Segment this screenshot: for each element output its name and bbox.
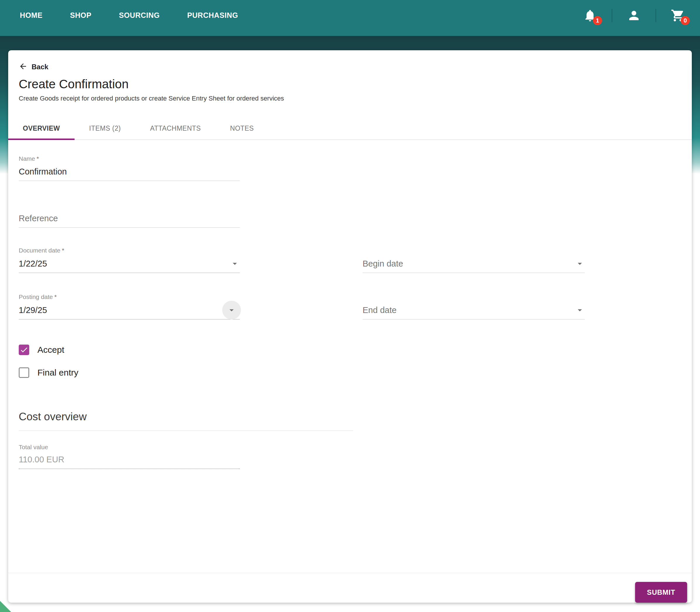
required-asterisk: * [54, 293, 57, 300]
document-date-row: Document date* [19, 247, 681, 273]
top-navigation-bar: HOME SHOP SOURCING PURCHASING 1 0 [0, 0, 700, 36]
tab-items[interactable]: ITEMS (2) [74, 117, 135, 139]
topbar-divider [656, 9, 656, 22]
accept-checkbox-label: Accept [38, 345, 64, 355]
document-date-label-text: Document date [19, 247, 60, 254]
document-date-field-group: Document date* [19, 247, 240, 273]
name-input[interactable] [19, 167, 240, 177]
topbar-divider [612, 9, 612, 22]
final-entry-checkbox[interactable] [19, 367, 29, 378]
notifications-badge: 1 [593, 16, 602, 25]
document-date-input[interactable] [19, 259, 230, 268]
tab-bar: OVERVIEW ITEMS (2) ATTACHMENTS NOTES [8, 117, 692, 140]
cart-button[interactable]: 0 [671, 9, 685, 23]
final-entry-checkbox-row[interactable]: Final entry [19, 367, 78, 378]
overview-form: Name* Document date* [8, 140, 692, 469]
posting-date-label: Posting date* [19, 293, 240, 301]
chevron-down-icon[interactable] [227, 305, 236, 315]
posting-date-caret-focus[interactable] [222, 301, 241, 319]
nav-item-home[interactable]: HOME [20, 11, 42, 19]
cost-overview-heading: Cost overview [19, 411, 681, 423]
page-title: Create Confirmation [19, 77, 681, 91]
chevron-down-icon[interactable] [230, 259, 240, 268]
notifications-button[interactable]: 1 [583, 9, 597, 23]
topbar-actions: 1 0 [583, 9, 685, 23]
card-header: Back Create Confirmation Create Goods re… [8, 50, 692, 102]
total-value-field-group: Total value 110.00 EUR [19, 444, 240, 469]
card-flex-spacer [8, 469, 692, 573]
name-label: Name* [19, 155, 240, 162]
nav-item-purchasing[interactable]: PURCHASING [187, 11, 238, 19]
total-value-readout: 110.00 EUR [19, 451, 240, 469]
main-nav: HOME SHOP SOURCING PURCHASING [20, 11, 238, 19]
final-entry-checkbox-label: Final entry [38, 368, 78, 378]
required-asterisk: * [37, 155, 39, 162]
back-button[interactable]: Back [19, 62, 48, 72]
nav-item-shop[interactable]: SHOP [70, 11, 91, 19]
cart-badge: 0 [681, 16, 690, 25]
posting-date-input[interactable] [19, 305, 222, 315]
accept-checkbox-row[interactable]: Accept [19, 345, 64, 355]
reference-field-group [19, 209, 240, 228]
back-label: Back [31, 63, 48, 71]
card-footer: SUBMIT [8, 573, 692, 603]
posting-date-field-group: Posting date* [19, 293, 240, 319]
checkbox-section: Accept Final entry [19, 345, 681, 378]
create-confirmation-card: Back Create Confirmation Create Goods re… [8, 50, 692, 603]
posting-date-label-text: Posting date [19, 293, 53, 300]
end-date-field-group [362, 301, 585, 319]
required-asterisk: * [62, 247, 64, 254]
end-date-input[interactable] [362, 305, 575, 315]
total-value-label: Total value [19, 444, 240, 451]
name-label-text: Name [19, 155, 35, 162]
tab-overview[interactable]: OVERVIEW [8, 117, 74, 139]
tab-notes[interactable]: NOTES [216, 117, 269, 139]
begin-date-field-group [362, 254, 585, 273]
person-icon [627, 18, 641, 23]
nav-item-sourcing[interactable]: SOURCING [119, 11, 160, 19]
page-subtitle: Create Goods receipt for ordered product… [19, 95, 681, 102]
name-field-group: Name* [19, 155, 240, 181]
submit-button[interactable]: SUBMIT [635, 582, 687, 603]
chevron-down-icon[interactable] [575, 305, 585, 315]
reference-input[interactable] [19, 214, 240, 223]
begin-date-input[interactable] [362, 259, 575, 268]
chevron-down-icon[interactable] [575, 259, 585, 268]
posting-date-row: Posting date* [19, 293, 681, 319]
document-date-label: Document date* [19, 247, 240, 254]
account-button[interactable] [627, 9, 641, 23]
accept-checkbox[interactable] [19, 345, 29, 355]
check-icon [19, 346, 28, 354]
tab-attachments[interactable]: ATTACHMENTS [135, 117, 216, 139]
arrow-back-icon [19, 62, 27, 72]
